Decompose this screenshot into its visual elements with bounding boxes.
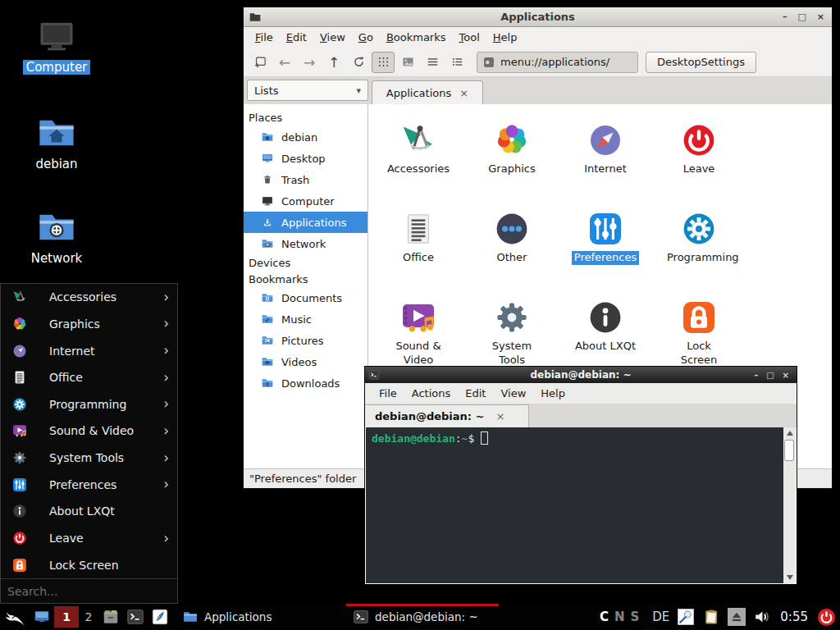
sound-video-icon: [399, 298, 438, 337]
menu-view[interactable]: View: [493, 387, 533, 399]
workspace-2-button[interactable]: 2: [79, 606, 98, 628]
start-menu-button[interactable]: [0, 604, 30, 630]
sidebar-item-debian[interactable]: debian: [244, 126, 368, 148]
grid-item-other[interactable]: Other: [465, 199, 559, 288]
sidebar-item-music[interactable]: Music: [244, 308, 368, 330]
eject-removable-media-icon[interactable]: [728, 608, 746, 626]
prompt-user-host: debian@debian: [372, 432, 455, 445]
menu-item-about-lxqt[interactable]: About LXQt: [1, 498, 177, 525]
sidebar-item-applications[interactable]: Applications: [244, 212, 368, 233]
grid-item-programming[interactable]: Programming: [652, 199, 746, 288]
menu-view[interactable]: View: [313, 31, 352, 43]
quicklaunch-terminal[interactable]: [123, 604, 148, 630]
menu-item-graphics[interactable]: Graphics ›: [1, 311, 177, 338]
menu-item-preferences[interactable]: Preferences ›: [1, 471, 177, 498]
menu-item-system-tools[interactable]: System Tools ›: [1, 445, 177, 472]
desktop-icon-network[interactable]: Network: [17, 206, 96, 266]
menu-item-office[interactable]: Office ›: [1, 364, 177, 391]
minimize-button[interactable]: –: [783, 11, 788, 22]
tab-applications[interactable]: Applications ×: [372, 80, 483, 104]
grid-item-about-lxqt[interactable]: About LXQt: [559, 288, 652, 377]
reload-button[interactable]: [347, 52, 370, 73]
menu-bookmarks[interactable]: Bookmarks: [380, 31, 453, 43]
icon-view-button[interactable]: [372, 52, 395, 73]
menu-help[interactable]: Help: [486, 31, 524, 43]
new-tab-button[interactable]: [249, 52, 272, 73]
clock[interactable]: 0:55: [780, 609, 808, 624]
up-button[interactable]: ↑: [322, 52, 345, 73]
grid-item-accessories[interactable]: Accessories: [372, 111, 465, 199]
power-button-icon[interactable]: [817, 608, 836, 627]
menu-search-input[interactable]: Search...: [1, 578, 177, 603]
address-bar[interactable]: menu://applications/: [477, 52, 638, 73]
thumbnail-view-button[interactable]: [396, 52, 419, 73]
screenshot-tool-icon[interactable]: [677, 608, 695, 626]
menu-item-leave[interactable]: Leave ›: [1, 525, 177, 552]
desktop-icon-computer[interactable]: Computer: [17, 15, 96, 75]
scrollbar-thumb[interactable]: [784, 440, 794, 461]
maximize-button[interactable]: □: [797, 11, 806, 22]
back-button[interactable]: ←: [273, 52, 296, 73]
desktop-settings-button[interactable]: DesktopSettings: [646, 52, 756, 73]
volume-icon[interactable]: [753, 608, 771, 626]
keyboard-layout-indicator[interactable]: DE: [652, 609, 669, 624]
minimize-button[interactable]: –: [754, 371, 758, 380]
sidebar-item-computer[interactable]: Computer: [244, 190, 368, 212]
menu-item-programming[interactable]: Programming ›: [1, 391, 177, 418]
menu-file[interactable]: File: [249, 31, 280, 43]
menu-edit[interactable]: Edit: [280, 31, 313, 43]
forward-button[interactable]: →: [298, 52, 321, 73]
terminal-tab[interactable]: debian@debian: ~ ×: [365, 404, 529, 427]
tab-close-icon[interactable]: ×: [459, 87, 468, 99]
terminal-scrollbar[interactable]: [783, 427, 796, 583]
terminal-console[interactable]: debian@debian:~$: [366, 427, 783, 583]
grid-item-office[interactable]: Office: [372, 199, 465, 288]
quicklaunch-file-manager[interactable]: [98, 604, 123, 630]
terminal-icon: [353, 609, 369, 625]
task-terminal[interactable]: debian@debian: ~: [346, 604, 499, 630]
menu-item-accessories[interactable]: Accessories ›: [1, 284, 177, 311]
sidebar-item-network[interactable]: Network: [244, 233, 368, 254]
sidebar-mode-dropdown[interactable]: Lists ▾: [247, 80, 368, 101]
grid-item-system-tools[interactable]: System Tools: [465, 288, 559, 377]
close-button[interactable]: ×: [783, 371, 789, 380]
quicklaunch-featherpad[interactable]: [148, 604, 172, 630]
show-desktop-button[interactable]: [30, 604, 54, 630]
scroll-down-icon[interactable]: [783, 572, 796, 583]
sidebar-item-trash[interactable]: Trash: [244, 169, 368, 190]
sidebar-item-downloads[interactable]: Downloads: [244, 372, 368, 394]
grid-item-lock-screen[interactable]: Lock Screen: [652, 288, 746, 377]
grid-item-internet[interactable]: Internet: [559, 111, 652, 199]
menu-item-lock-screen[interactable]: Lock Screen: [1, 551, 177, 578]
compact-view-button[interactable]: [421, 52, 444, 73]
menu-item-sound-video[interactable]: Sound & Video ›: [1, 418, 177, 445]
detailed-view-button[interactable]: [445, 52, 468, 73]
menu-item-internet[interactable]: Internet ›: [1, 337, 177, 364]
location-icon: [482, 56, 495, 69]
close-button[interactable]: ×: [817, 11, 824, 22]
menu-edit[interactable]: Edit: [458, 387, 493, 399]
workspace-1-button[interactable]: 1: [54, 606, 79, 628]
menu-help[interactable]: Help: [533, 387, 573, 399]
menu-file[interactable]: File: [372, 387, 404, 399]
sidebar-item-pictures[interactable]: Pictures: [244, 330, 368, 351]
desktop-icon-debian[interactable]: debian: [17, 112, 96, 171]
task-applications[interactable]: Applications: [176, 604, 346, 630]
grid-item-sound-video[interactable]: Sound & Video: [372, 288, 465, 377]
scroll-up-icon[interactable]: [783, 427, 796, 439]
sidebar-item-documents[interactable]: Documents: [244, 287, 368, 308]
sidebar-item-desktop[interactable]: Desktop: [244, 148, 368, 169]
menu-actions[interactable]: Actions: [404, 387, 459, 399]
grid-item-graphics[interactable]: Graphics: [465, 111, 559, 199]
clipboard-icon[interactable]: [702, 608, 720, 626]
sidebar-item-videos[interactable]: Videos: [244, 351, 368, 372]
terminal-titlebar[interactable]: debian@debian: ~ – □ ×: [365, 367, 797, 383]
menu-go[interactable]: Go: [352, 31, 380, 43]
menu-tool[interactable]: Tool: [453, 31, 486, 43]
grid-item-leave[interactable]: Leave: [652, 111, 746, 199]
fm-titlebar[interactable]: Applications – □ ×: [244, 7, 832, 27]
tab-close-icon[interactable]: ×: [495, 410, 504, 422]
maximize-button[interactable]: □: [766, 371, 774, 380]
system-tray: C N S DE 0:55: [600, 608, 840, 627]
grid-item-preferences[interactable]: Preferences: [559, 199, 652, 288]
